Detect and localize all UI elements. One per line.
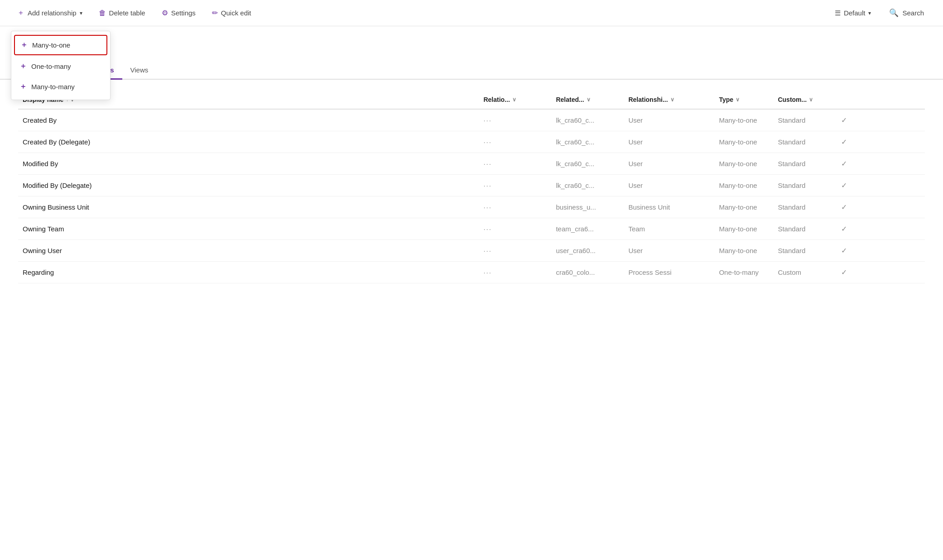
table-header-row: Display name ↑ ∨ Relatio... ∨ Related...… [18,91,925,109]
tabs-container: Columns Relationships Views [0,62,943,80]
col-type[interactable]: Type ∨ [714,91,773,109]
cell-display-name: Modified By [18,153,479,175]
search-icon: 🔍 [889,8,899,18]
col-relationship-type[interactable]: Relationshi... ∨ [624,91,714,109]
add-relationship-label: Add relationship [28,9,77,17]
checkmark-icon: ✓ [841,225,847,233]
table-row[interactable]: Owning User ··· user_cra60... User Many-… [18,240,925,262]
checkmark-icon: ✓ [841,160,847,168]
tab-views-label: Views [130,66,149,74]
cell-relationship-name: user_cra60... [551,240,624,262]
many-to-many-plus-icon: ＋ [19,82,27,91]
cell-ellipsis[interactable]: ··· [479,196,551,218]
add-relationship-dropdown: ＋ Add relationship ▾ ＋ Many-to-one ＋ One… [11,5,89,21]
quick-edit-button[interactable]: ✏ Quick edit [206,5,258,21]
col-related[interactable]: Related... ∨ [551,91,624,109]
cell-related: Process Sessi [624,262,714,283]
cell-relationship-type: Many-to-one [714,131,773,153]
cell-ellipsis[interactable]: ··· [479,131,551,153]
cell-ellipsis[interactable]: ··· [479,153,551,175]
cell-relationship-name: team_cra6... [551,218,624,240]
toolbar: ＋ Add relationship ▾ ＋ Many-to-one ＋ One… [0,0,943,26]
add-relationship-menu: ＋ Many-to-one ＋ One-to-many ＋ Many-to-ma… [11,31,111,100]
cell-related: Team [624,218,714,240]
cell-ellipsis[interactable]: ··· [479,109,551,131]
checkmark-icon: ✓ [841,138,847,146]
checkmark-icon: ✓ [841,247,847,254]
cell-related: User [624,153,714,175]
search-button[interactable]: 🔍 Search [881,5,932,21]
col-custom-label: Custom... [778,96,807,103]
menu-item-many-to-many[interactable]: ＋ Many-to-many [11,77,110,97]
checkmark-icon: ✓ [841,203,847,211]
cell-related: User [624,240,714,262]
col-related-label: Related... [556,96,584,103]
cell-relationship-type: Many-to-one [714,218,773,240]
quick-edit-label: Quick edit [221,9,251,17]
sort-icon-relationship: ∨ [512,96,516,103]
sort-icon-relationship-type: ∨ [670,96,674,103]
cell-display-name: Modified By (Delegate) [18,175,479,196]
gear-icon: ⚙ [162,9,168,17]
cell-type: Standard [773,218,837,240]
default-label: Default [844,9,866,17]
cell-custom: ✓ [837,109,925,131]
one-to-many-plus-icon: ＋ [19,62,27,71]
relationships-table: Display name ↑ ∨ Relatio... ∨ Related...… [18,91,925,283]
cell-custom: ✓ [837,175,925,196]
col-type-label: Type [719,96,733,103]
cell-ellipsis[interactable]: ··· [479,240,551,262]
cell-custom: ✓ [837,153,925,175]
menu-item-one-to-many[interactable]: ＋ One-to-many [11,56,110,77]
table-header: Display name ↑ ∨ Relatio... ∨ Related...… [18,91,925,109]
cell-type: Standard [773,109,837,131]
cell-ellipsis[interactable]: ··· [479,175,551,196]
many-to-one-plus-icon: ＋ [20,40,28,50]
cell-ellipsis[interactable]: ··· [479,218,551,240]
settings-button[interactable]: ⚙ Settings [155,5,202,21]
table-row[interactable]: Regarding ··· cra60_colo... Process Sess… [18,262,925,283]
sort-icon-custom: ∨ [809,96,813,103]
col-relationship-name[interactable]: Relatio... ∨ [479,91,551,109]
add-relationship-button[interactable]: ＋ Add relationship ▾ [11,5,89,21]
checkmark-icon: ✓ [841,116,847,124]
table-row[interactable]: Modified By (Delegate) ··· lk_cra60_c...… [18,175,925,196]
menu-item-many-to-one[interactable]: ＋ Many-to-one [14,35,107,55]
cell-display-name: Owning Team [18,218,479,240]
cell-relationship-type: Many-to-one [714,109,773,131]
table-row[interactable]: Created By ··· lk_cra60_c... User Many-t… [18,109,925,131]
table-row[interactable]: Modified By ··· lk_cra60_c... User Many-… [18,153,925,175]
cell-relationship-type: Many-to-one [714,240,773,262]
cell-type: Standard [773,196,837,218]
table-row[interactable]: Owning Business Unit ··· business_u... B… [18,196,925,218]
page-title: Color [18,43,925,56]
tab-views[interactable]: Views [122,62,157,80]
col-custom[interactable]: Custom... ∨ [773,91,837,109]
default-view-button[interactable]: ☰ Default ▾ [828,5,878,21]
cell-relationship-type: One-to-many [714,262,773,283]
relationships-table-container: Display name ↑ ∨ Relatio... ∨ Related...… [0,80,943,294]
cell-relationship-type: Many-to-one [714,196,773,218]
trash-icon: 🗑 [99,9,106,17]
cell-relationship-name: lk_cra60_c... [551,131,624,153]
cell-relationship-name: lk_cra60_c... [551,175,624,196]
cell-relationship-name: business_u... [551,196,624,218]
table-row[interactable]: Created By (Delegate) ··· lk_cra60_c... … [18,131,925,153]
cell-relationship-name: cra60_colo... [551,262,624,283]
cell-display-name: Regarding [18,262,479,283]
cell-display-name: Owning User [18,240,479,262]
cell-custom: ✓ [837,131,925,153]
table-row[interactable]: Owning Team ··· team_cra6... Team Many-t… [18,218,925,240]
cell-display-name: Created By (Delegate) [18,131,479,153]
delete-table-button[interactable]: 🗑 Delete table [92,5,152,21]
settings-label: Settings [171,9,196,17]
cell-type: Standard [773,240,837,262]
cell-type: Standard [773,175,837,196]
sort-icon-related: ∨ [587,96,591,103]
col-relationship-type-label: Relationshi... [628,96,668,103]
page-header: Tables › Color [0,26,943,56]
pencil-icon: ✏ [212,9,218,17]
cell-ellipsis[interactable]: ··· [479,262,551,283]
plus-icon: ＋ [17,8,24,18]
checkmark-icon: ✓ [841,182,847,189]
